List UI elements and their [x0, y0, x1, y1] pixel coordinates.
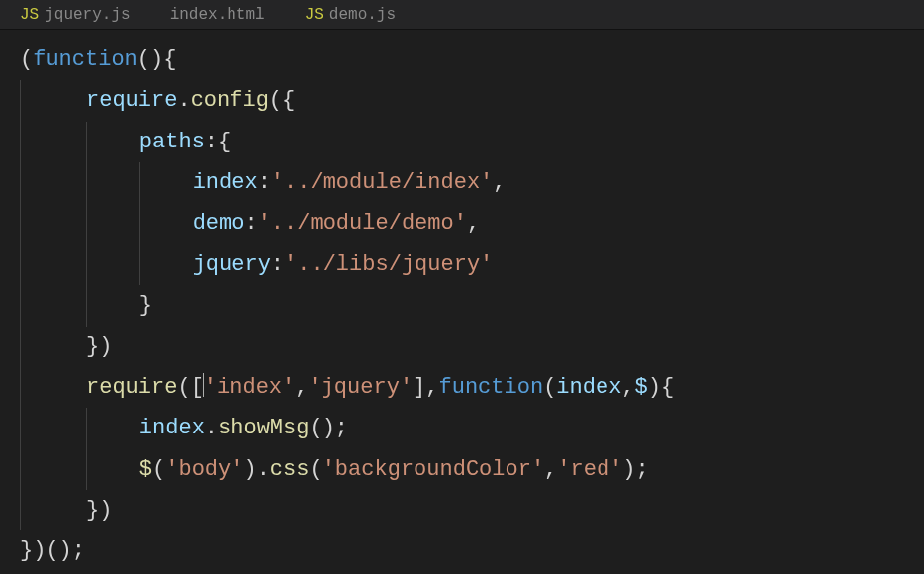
code-token: ,	[467, 211, 480, 236]
code-token: ,	[493, 170, 506, 195]
keyword: function	[33, 48, 138, 72]
code-token: require	[86, 375, 177, 400]
code-token: .	[177, 88, 190, 113]
string: 'index'	[204, 375, 295, 400]
tab-bar: JSjquery.js index.html JSdemo.js	[0, 0, 924, 30]
code-token: ([	[177, 375, 203, 400]
code-token: $	[139, 457, 152, 482]
code-token: $	[635, 375, 648, 400]
code-line: (function(){	[20, 40, 924, 80]
code-token: .	[205, 416, 218, 440]
js-icon: JS	[305, 6, 323, 24]
string: '../module/demo'	[258, 211, 467, 236]
code-token: :	[271, 252, 284, 277]
code-token: })();	[20, 538, 85, 563]
code-line: paths:{	[20, 122, 924, 162]
keyword: function	[439, 375, 544, 400]
code-line: index:'../module/index',	[20, 162, 924, 203]
code-line: $('body').css('backgroundColor','red');	[20, 449, 924, 490]
tab-label: demo.js	[329, 6, 396, 24]
tab-label: jquery.js	[45, 6, 130, 24]
string: 'body'	[165, 457, 243, 482]
code-line: index.showMsg();	[20, 408, 924, 448]
code-line: })	[20, 327, 924, 367]
code-token: })	[86, 498, 112, 523]
code-token: );	[622, 457, 648, 482]
code-line: }	[20, 285, 924, 326]
code-token: index	[556, 375, 621, 400]
tab-label: index.html	[170, 6, 265, 24]
code-token: showMsg	[218, 416, 309, 440]
code-line: })();	[20, 530, 924, 571]
code-token: (	[152, 457, 165, 482]
code-token: ],	[413, 375, 438, 400]
code-token: ,	[544, 457, 557, 482]
code-token: ).	[243, 457, 269, 482]
code-token: css	[270, 457, 310, 482]
code-token: (	[20, 48, 33, 72]
code-token: index	[193, 170, 258, 195]
code-line: require(['index','jquery'],function(inde…	[20, 367, 924, 408]
code-token: ,	[295, 375, 308, 400]
code-token: require	[86, 88, 177, 113]
string: 'backgroundColor'	[323, 457, 544, 482]
code-token: ();	[309, 416, 348, 440]
code-token: jquery	[193, 252, 271, 277]
code-token: config	[191, 88, 269, 113]
code-token: demo	[193, 211, 245, 236]
code-token: paths	[139, 130, 205, 154]
code-token: (	[309, 457, 322, 482]
code-line: require.config({	[20, 80, 924, 121]
code-line: })	[20, 490, 924, 530]
code-token: :{	[205, 130, 231, 154]
code-token: (){	[138, 48, 177, 72]
tab-jquery[interactable]: JSjquery.js	[0, 0, 150, 29]
code-token: :	[244, 211, 257, 236]
string: '../libs/jquery'	[284, 252, 493, 277]
text-cursor	[203, 373, 204, 397]
string: '../module/index'	[271, 170, 493, 195]
code-token: }	[139, 293, 152, 318]
code-token: :	[258, 170, 271, 195]
code-editor[interactable]: (function(){ require.config({ paths:{ in…	[0, 30, 924, 572]
code-token: ){	[648, 375, 674, 400]
code-token: })	[86, 335, 112, 359]
code-token: index	[139, 416, 205, 440]
code-token: (	[543, 375, 556, 400]
code-line: demo:'../module/demo',	[20, 203, 924, 243]
string: 'jquery'	[308, 375, 413, 400]
js-icon: JS	[20, 6, 39, 24]
code-token: ,	[621, 375, 634, 400]
string: 'red'	[557, 457, 622, 482]
tab-index[interactable]: index.html	[150, 0, 285, 29]
tab-demo[interactable]: JSdemo.js	[285, 0, 416, 29]
code-token: ({	[269, 88, 295, 113]
code-line: jquery:'../libs/jquery'	[20, 244, 924, 285]
